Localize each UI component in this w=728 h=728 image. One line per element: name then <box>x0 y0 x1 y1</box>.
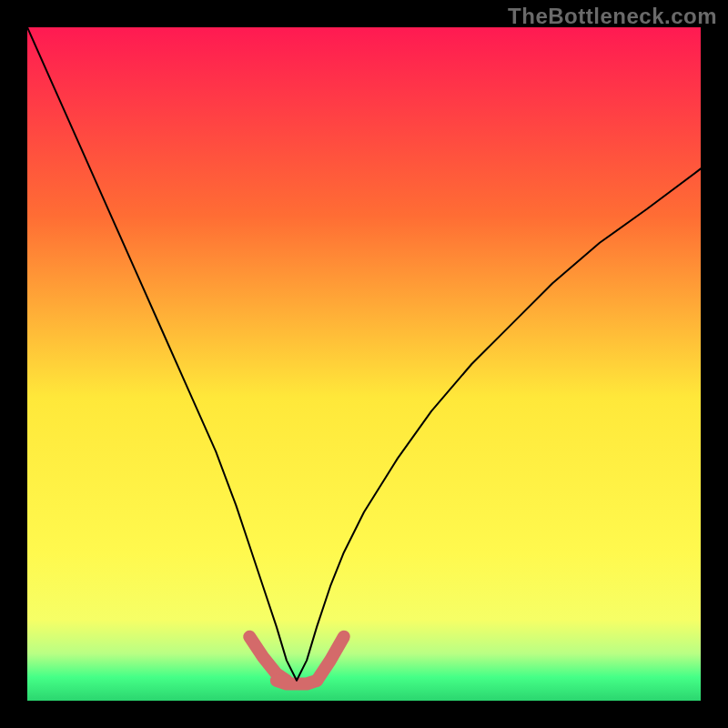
app-frame: TheBottleneck.com <box>0 0 728 728</box>
watermark-text: TheBottleneck.com <box>508 4 717 29</box>
chart-background <box>27 27 701 701</box>
chart-plot-area <box>27 27 701 701</box>
chart-svg <box>27 27 701 701</box>
